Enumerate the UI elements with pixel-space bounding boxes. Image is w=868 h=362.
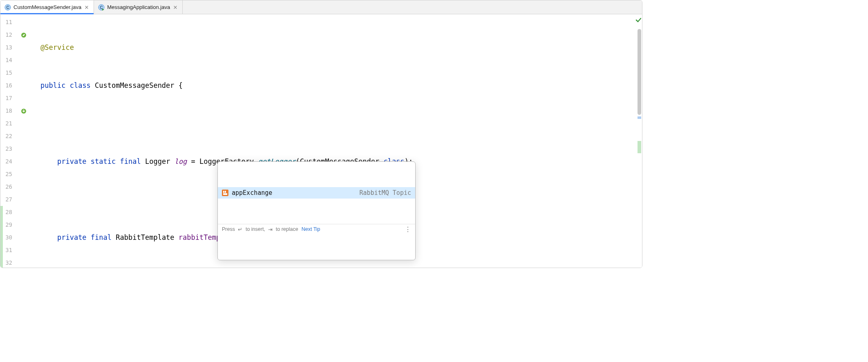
tab-messagingapplication[interactable]: C MessagingApplication.java [94,0,183,14]
completion-item-label: appExchange [232,187,356,199]
line-number: 31 [0,244,20,257]
line-number: 12 [0,29,20,41]
line-number: 28 [0,206,20,219]
inspection-ok-icon[interactable] [635,17,641,25]
line-number: 16 [0,79,20,92]
code-completion-popup: appExchange RabbitMQ Topic Press ↵ to in… [217,161,416,260]
svg-rect-8 [223,191,224,193]
line-number: 29 [0,219,20,231]
gutter-icon-column [20,14,27,268]
line-number: 30 [0,231,20,244]
tab-label: MessagingApplication.java [107,4,170,10]
line-number: 11 [0,16,20,29]
line-number: 27 [0,193,20,206]
line-number: 22 [0,130,20,143]
spring-bean-icon[interactable] [20,29,27,41]
editor-body: 11 12 13 14 15 16 17 18 21 22 23 24 25 2… [0,14,642,268]
class-file-icon: C [4,4,11,11]
annotation: @Service [40,43,74,51]
svg-rect-10 [223,193,227,195]
ide-window: C CustomMessageSender.java C MessagingAp… [0,0,642,268]
class-file-runnable-icon: C [98,4,105,11]
more-options-icon[interactable]: ⋮ [405,223,411,236]
spring-autowired-icon[interactable] [20,105,27,117]
scroll-marker-caret [638,116,641,119]
tab-label: CustomMessageSender.java [13,4,81,10]
line-number: 26 [0,181,20,193]
tab-key-icon: ⇥ [268,223,273,236]
completion-footer: Press ↵ to insert, ⇥ to replace Next Tip… [218,224,415,235]
completion-item[interactable]: appExchange RabbitMQ Topic [218,187,415,199]
line-number: 15 [0,67,20,79]
svg-rect-9 [225,191,226,193]
line-number: 24 [0,155,20,168]
completion-item-type: RabbitMQ Topic [360,187,411,199]
next-tip-link[interactable]: Next Tip [302,223,320,236]
scrollbar-thumb[interactable] [638,29,641,115]
editor-tab-bar: C CustomMessageSender.java C MessagingAp… [0,0,642,14]
enter-key-icon: ↵ [238,223,242,236]
line-number: 21 [0,117,20,130]
line-number: 25 [0,168,20,181]
editor-right-gutter [635,14,642,268]
svg-text:C: C [6,5,9,10]
line-number-gutter: 11 12 13 14 15 16 17 18 21 22 23 24 25 2… [0,14,20,268]
rabbitmq-icon [222,190,228,196]
tab-custommessagesender[interactable]: C CustomMessageSender.java [0,0,94,14]
close-icon[interactable] [172,4,178,10]
close-icon[interactable] [84,4,89,10]
line-number: 18 [0,105,20,117]
line-number: 23 [0,143,20,155]
code-editor[interactable]: @Service public class CustomMessageSende… [27,14,635,268]
line-number: 14 [0,54,20,67]
scroll-marker-change [638,141,641,153]
line-number: 17 [0,92,20,105]
line-number: 32 [0,257,20,268]
line-number: 13 [0,41,20,54]
